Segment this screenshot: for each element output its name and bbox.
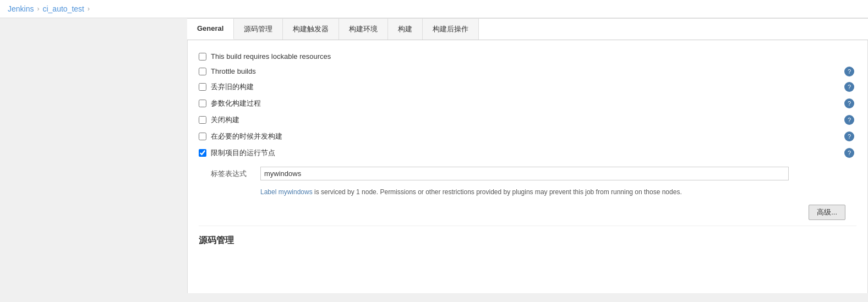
checkbox-throttle[interactable] xyxy=(199,68,206,75)
info-text: Label mywindows is serviced by 1 node. P… xyxy=(260,187,756,197)
checkbox-row-lockable: This build requires lockable resources xyxy=(199,49,856,64)
tabs-bar: General 源码管理 构建触发器 构建环境 构建 构建后操作 xyxy=(187,18,868,40)
checkbox-discard[interactable] xyxy=(199,83,206,91)
tab-source[interactable]: 源码管理 xyxy=(234,19,283,40)
label-expr-row: 标签表达式 xyxy=(199,163,856,184)
label-expr-label: 标签表达式 xyxy=(211,169,255,179)
help-icon-concurrent[interactable]: ? xyxy=(844,131,854,141)
checkbox-discard-label: 丢弃旧的构建 xyxy=(211,82,856,92)
breadcrumb-ci-auto-test[interactable]: ci_auto_test xyxy=(42,4,84,13)
breadcrumb-sep-2: › xyxy=(88,5,90,13)
checkbox-row-throttle: Throttle builds ? xyxy=(199,64,856,79)
checkbox-row-parameterize: 参数化构建过程 ? xyxy=(199,95,856,112)
checkbox-parameterize[interactable] xyxy=(199,100,206,107)
checkbox-throttle-label: Throttle builds xyxy=(211,67,856,75)
info-text-suffix: is serviced by 1 node. Permissions or ot… xyxy=(313,188,682,196)
checkbox-lockable-label: This build requires lockable resources xyxy=(211,52,856,61)
advanced-button[interactable]: 高级... xyxy=(809,205,845,220)
general-panel: This build requires lockable resources T… xyxy=(187,40,868,293)
checkbox-concurrent-label: 在必要的时候并发构建 xyxy=(211,131,856,141)
help-icon-restrict[interactable]: ? xyxy=(844,148,854,158)
tab-post[interactable]: 构建后操作 xyxy=(423,19,479,40)
tab-build[interactable]: 构建 xyxy=(388,19,423,40)
breadcrumb-sep-1: › xyxy=(37,5,39,13)
checkbox-concurrent[interactable] xyxy=(199,133,206,140)
checkbox-lockable[interactable] xyxy=(199,53,206,61)
tab-general[interactable]: General xyxy=(187,19,234,40)
checkbox-row-concurrent: 在必要的时候并发构建 ? xyxy=(199,128,856,145)
info-link[interactable]: Label mywindows xyxy=(260,188,313,196)
checkbox-restrict[interactable] xyxy=(199,149,206,157)
tab-trigger[interactable]: 构建触发器 xyxy=(283,19,339,40)
help-icon-discard[interactable]: ? xyxy=(844,82,854,92)
section-heading-source: 源码管理 xyxy=(199,226,856,249)
checkbox-disable[interactable] xyxy=(199,116,206,124)
checkbox-row-restrict: 限制项目的运行节点 ? xyxy=(199,145,856,161)
breadcrumb-jenkins[interactable]: Jenkins xyxy=(8,4,34,13)
checkbox-row-discard: 丢弃旧的构建 ? xyxy=(199,79,856,95)
help-icon-disable[interactable]: ? xyxy=(844,115,854,125)
breadcrumb: Jenkins › ci_auto_test › xyxy=(0,0,868,18)
checkbox-parameterize-label: 参数化构建过程 xyxy=(211,98,856,108)
checkbox-restrict-label: 限制项目的运行节点 xyxy=(211,148,856,158)
checkbox-row-disable: 关闭构建 ? xyxy=(199,112,856,128)
tab-env[interactable]: 构建环境 xyxy=(339,19,388,40)
checkbox-disable-label: 关闭构建 xyxy=(211,115,856,125)
help-icon-throttle[interactable]: ? xyxy=(844,67,854,76)
advanced-btn-row: 高级... xyxy=(199,205,845,220)
help-icon-parameterize[interactable]: ? xyxy=(844,98,854,108)
label-expr-input[interactable] xyxy=(260,167,789,180)
